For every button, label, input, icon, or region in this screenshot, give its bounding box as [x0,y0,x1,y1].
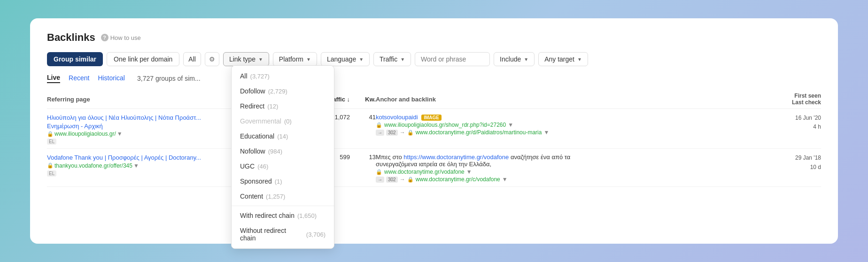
lock-icon: 🔒 [47,131,54,137]
toolbar: Group similar One link per domain All ⚙ … [47,52,821,66]
table-row: Ηλιούπολη για όλους | Νέα Ηλιούπολης | Ν… [47,109,821,149]
anchor-cell-2: Μπες στο https://www.doctoranytime.gr/vo… [376,154,760,183]
redirect-arrow-2: → [376,177,384,183]
col-header-referring: Referring page [47,96,207,103]
col-header-anchor: Anchor and backlink [376,96,760,103]
anchor-cell-1: kotsovoloupaidi IMAGE 🔒 www.ilioupoligia… [376,114,760,136]
lang-badge-2: EL [47,170,56,177]
lang-badge-1: EL [47,139,56,145]
dropdown-item-content[interactable]: Content (1,257) [232,189,334,204]
lock-icon-anchor-2: 🔒 [376,169,382,175]
redirect-badge-1: 302 [386,130,398,136]
group-similar-button[interactable]: Group similar [47,52,103,66]
chevron-down-icon: ▼ [258,57,263,62]
referring-url-2[interactable]: 🔒 thankyou.vodafone.gr/offer/345 ▼ [47,162,207,169]
tab-live[interactable]: Live [47,74,60,83]
platform-label: Platform [279,55,303,63]
one-link-per-domain-button[interactable]: One link per domain [107,52,179,66]
how-to-use[interactable]: ? How to use [101,34,141,41]
language-dropdown[interactable]: Language ▼ [321,52,370,66]
table-header: Referring page rringains Linkeddomains E… [47,89,821,109]
dropdown-item-governmental: Governmental (0) [232,114,334,129]
chevron-down-icon: ▼ [400,57,405,62]
link-type-dropdown[interactable]: Link type ▼ [223,52,269,66]
include-dropdown[interactable]: Include ▼ [494,52,535,66]
dropdown-item-nofollow[interactable]: Nofollow (984) [232,144,334,159]
lock-icon-target-1: 🔒 [407,130,414,136]
redirect-arrow-1: → [376,130,384,136]
dropdown-item-dofollow[interactable]: Dofollow (2,729) [232,84,334,99]
tabs-row: Live Recent Historical 3,727 groups of s… [47,74,821,83]
main-card: Backlinks ? How to use Group similar One… [30,18,838,244]
chevron-down-icon: ▼ [306,57,311,62]
referring-title-2[interactable]: Vodafone Thank you | Προσφορές | Αγορές … [47,154,207,162]
tab-recent[interactable]: Recent [69,74,89,83]
info-icon: ? [101,34,108,41]
col-header-kw: Kw. [350,96,376,103]
first-seen-1: 16 Jun '204 h [760,114,821,131]
referring-url-1[interactable]: 🔒 www.ilioupoligiaolous.gr/ ▼ [47,131,207,137]
groups-count-text: 3,727 groups of sim... [137,75,201,82]
word-phrase-input[interactable] [415,52,490,66]
dropdown-item-sponsored[interactable]: Sponsored (1) [232,174,334,189]
all-button[interactable]: All [183,52,201,66]
anchor-link-2[interactable]: https://www.doctoranytime.gr/vodafone [403,154,509,161]
referring-cell-1: Ηλιούπολη για όλους | Νέα Ηλιούπολης | Ν… [47,114,207,145]
chevron-down-icon: ▼ [577,57,582,62]
dropdown-item-educational[interactable]: Educational (14) [232,129,334,144]
kw-2: 13 [350,154,376,161]
tab-historical[interactable]: Historical [98,74,125,83]
language-label: Language [327,55,356,63]
anchor-word-1[interactable]: kotsovoloupaidi [376,114,418,121]
first-seen-2: 29 Jan '1810 d [760,154,821,171]
referring-cell-2: Vodafone Thank you | Προσφορές | Αγορές … [47,154,207,176]
col-header-first-seen: First seenLast check [760,92,821,106]
dropdown-item-without-redirect[interactable]: Without redirect chain (3,706) [232,223,334,246]
gear-icon: ⚙ [209,55,215,63]
dropdown-item-all[interactable]: All (3,727) [232,69,334,84]
image-badge-1: IMAGE [421,115,442,121]
settings-button[interactable]: ⚙ [205,52,219,66]
lock-icon-anchor-1: 🔒 [376,122,382,128]
link-type-dropdown-menu: All (3,727) Dofollow (2,729) Redirect (1… [231,65,334,249]
dropdown-item-redirect[interactable]: Redirect (12) [232,99,334,114]
lock-icon-target-2: 🔒 [407,177,414,183]
referring-title-1[interactable]: Ηλιούπολη για όλους | Νέα Ηλιούπολης | Ν… [47,114,207,131]
traffic-dropdown[interactable]: Traffic ▼ [373,52,411,66]
include-label: Include [500,55,521,63]
chevron-down-icon: ▼ [359,57,364,62]
dropdown-item-ugc[interactable]: UGC (46) [232,159,334,174]
card-header: Backlinks ? How to use [47,31,821,44]
platform-dropdown[interactable]: Platform ▼ [273,52,317,66]
kw-1: 41 [350,114,376,121]
chevron-down-icon: ▼ [524,57,528,62]
link-type-label: Link type [229,55,256,63]
redirect-badge-2: 302 [386,177,398,183]
dropdown-item-with-redirect[interactable]: With redirect chain (1,650) [232,208,334,223]
dropdown-divider [232,206,334,206]
page-title: Backlinks [47,31,95,44]
any-target-label: Any target [544,55,574,63]
any-target-dropdown[interactable]: Any target ▼ [538,52,588,66]
lock-icon-2: 🔒 [47,162,54,169]
traffic-label: Traffic [380,55,397,63]
table-row: Vodafone Thank you | Προσφορές | Αγορές … [47,149,821,187]
